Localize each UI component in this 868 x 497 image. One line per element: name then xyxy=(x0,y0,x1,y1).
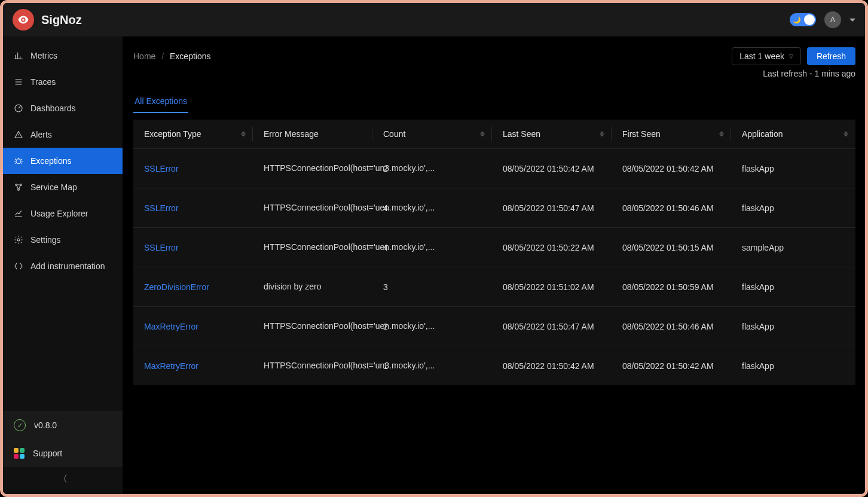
brand-logo-icon xyxy=(13,9,34,31)
cell-exception-type[interactable]: SSLError xyxy=(133,149,253,188)
cell-first-seen: 08/05/2022 01:50:42 AM xyxy=(612,346,731,386)
topbar: SigNoz 🌙 A xyxy=(3,3,865,36)
col-exception-type[interactable]: Exception Type xyxy=(133,120,253,149)
refresh-info: Last refresh - 1 mins ago xyxy=(133,69,855,78)
support-row[interactable]: Support xyxy=(3,440,123,467)
svg-point-4 xyxy=(18,189,20,191)
brand-name: SigNoz xyxy=(41,13,82,27)
cell-application: sampleApp xyxy=(731,228,855,267)
sidebar-item-label: Service Map xyxy=(30,182,77,192)
slack-icon xyxy=(14,448,25,459)
line-chart-icon xyxy=(14,209,23,218)
support-label: Support xyxy=(33,449,62,458)
sidebar-item-label: Exceptions xyxy=(30,156,71,166)
cell-error-message: HTTPSConnectionPool(host='un3.mocky.io',… xyxy=(253,149,372,188)
chevron-left-icon: 〈 xyxy=(58,473,68,486)
cell-error-message: HTTPSConnectionPool(host='uen.mocky.io',… xyxy=(253,228,372,267)
col-error-message: Error Message xyxy=(253,120,372,149)
cell-application: flaskApp xyxy=(731,346,855,386)
sidebar-item-label: Traces xyxy=(30,77,56,87)
cell-application: flaskApp xyxy=(731,188,855,228)
api-icon xyxy=(14,261,23,271)
svg-point-1 xyxy=(16,159,21,164)
table-row[interactable]: SSLErrorHTTPSConnectionPool(host='un3.mo… xyxy=(133,149,855,188)
cell-error-message: HTTPSConnectionPool(host='uen.mocky.io',… xyxy=(253,188,372,228)
version-label: v0.8.0 xyxy=(34,420,57,430)
sidebar: Metrics Traces Dashboards Alerts Excepti… xyxy=(3,36,123,494)
cell-error-message: HTTPSConnectionPool(host='un3.mocky.io',… xyxy=(253,346,372,386)
list-icon xyxy=(14,77,23,87)
svg-point-5 xyxy=(17,239,20,241)
cell-first-seen: 08/05/2022 01:50:59 AM xyxy=(612,267,731,307)
breadcrumb-home[interactable]: Home xyxy=(133,51,155,61)
cell-count: 3 xyxy=(372,267,492,307)
sort-icon[interactable] xyxy=(843,132,848,137)
cell-exception-type[interactable]: ZeroDivisionError xyxy=(133,267,253,307)
check-circle-icon: ✓ xyxy=(14,419,26,431)
col-application[interactable]: Application xyxy=(731,120,855,149)
toggle-knob xyxy=(804,14,815,25)
breadcrumb-separator: / xyxy=(161,51,164,61)
cell-application: flaskApp xyxy=(731,267,855,307)
table-row[interactable]: SSLErrorHTTPSConnectionPool(host='uen.mo… xyxy=(133,188,855,228)
sidebar-item-label: Alerts xyxy=(30,130,52,139)
sidebar-item-label: Dashboards xyxy=(30,103,76,113)
network-icon xyxy=(14,182,23,192)
sidebar-item-traces[interactable]: Traces xyxy=(3,69,123,95)
cell-first-seen: 08/05/2022 01:50:46 AM xyxy=(612,188,731,228)
breadcrumb-current: Exceptions xyxy=(170,51,210,61)
sidebar-collapse-button[interactable]: 〈 xyxy=(3,467,123,494)
gear-icon xyxy=(14,235,23,245)
sidebar-item-settings[interactable]: Settings xyxy=(3,227,123,253)
sort-icon[interactable] xyxy=(480,132,485,137)
sort-icon[interactable] xyxy=(719,132,724,137)
cell-last-seen: 08/05/2022 01:50:47 AM xyxy=(492,188,612,228)
sidebar-item-dashboards[interactable]: Dashboards xyxy=(3,95,123,121)
sidebar-item-service-map[interactable]: Service Map xyxy=(3,174,123,200)
sort-icon[interactable] xyxy=(600,132,604,137)
cell-last-seen: 08/05/2022 01:50:22 AM xyxy=(492,228,612,267)
cell-exception-type[interactable]: MaxRetryError xyxy=(133,346,253,386)
main-content: Home / Exceptions Last 1 week ▽ Refresh … xyxy=(123,36,865,494)
sort-icon[interactable] xyxy=(241,132,246,137)
col-last-seen[interactable]: Last Seen xyxy=(492,120,612,149)
cell-exception-type[interactable]: SSLError xyxy=(133,188,253,228)
tab-all-exceptions[interactable]: All Exceptions xyxy=(133,90,188,113)
col-first-seen[interactable]: First Seen xyxy=(612,120,731,149)
refresh-button[interactable]: Refresh xyxy=(807,47,855,65)
moon-icon: 🌙 xyxy=(793,16,801,24)
dashboard-icon xyxy=(14,103,23,113)
cell-application: flaskApp xyxy=(731,307,855,346)
table-row[interactable]: MaxRetryErrorHTTPSConnectionPool(host='u… xyxy=(133,346,855,386)
theme-toggle[interactable]: 🌙 xyxy=(790,13,816,26)
cell-last-seen: 08/05/2022 01:50:47 AM xyxy=(492,307,612,346)
sidebar-item-exceptions[interactable]: Exceptions xyxy=(3,148,123,174)
user-menu-caret-icon[interactable] xyxy=(849,19,855,22)
cell-last-seen: 08/05/2022 01:50:42 AM xyxy=(492,149,612,188)
chevron-down-icon: ▽ xyxy=(789,53,793,59)
col-count[interactable]: Count xyxy=(372,120,492,149)
cell-exception-type[interactable]: SSLError xyxy=(133,228,253,267)
cell-last-seen: 08/05/2022 01:50:42 AM xyxy=(492,346,612,386)
table-row[interactable]: ZeroDivisionErrordivision by zero308/05/… xyxy=(133,267,855,307)
brand: SigNoz xyxy=(13,9,82,31)
cell-last-seen: 08/05/2022 01:51:02 AM xyxy=(492,267,612,307)
cell-first-seen: 08/05/2022 01:50:15 AM xyxy=(612,228,731,267)
cell-exception-type[interactable]: MaxRetryError xyxy=(133,307,253,346)
table-row[interactable]: MaxRetryErrorHTTPSConnectionPool(host='u… xyxy=(133,307,855,346)
cell-application: flaskApp xyxy=(731,149,855,188)
sidebar-item-metrics[interactable]: Metrics xyxy=(3,42,123,69)
sidebar-item-alerts[interactable]: Alerts xyxy=(3,121,123,148)
sidebar-item-label: Settings xyxy=(30,235,61,245)
table-row[interactable]: SSLErrorHTTPSConnectionPool(host='uen.mo… xyxy=(133,228,855,267)
avatar[interactable]: A xyxy=(824,11,841,28)
alert-icon xyxy=(14,130,23,139)
sidebar-item-add-instrumentation[interactable]: Add instrumentation xyxy=(3,253,123,279)
sidebar-item-usage-explorer[interactable]: Usage Explorer xyxy=(3,200,123,227)
cell-error-message: division by zero xyxy=(253,267,372,307)
time-range-select[interactable]: Last 1 week ▽ xyxy=(732,47,801,65)
version-row[interactable]: ✓ v0.8.0 xyxy=(3,411,123,440)
cell-first-seen: 08/05/2022 01:50:42 AM xyxy=(612,149,731,188)
exceptions-table: Exception Type Error Message Count xyxy=(133,120,855,385)
bug-icon xyxy=(14,156,23,166)
